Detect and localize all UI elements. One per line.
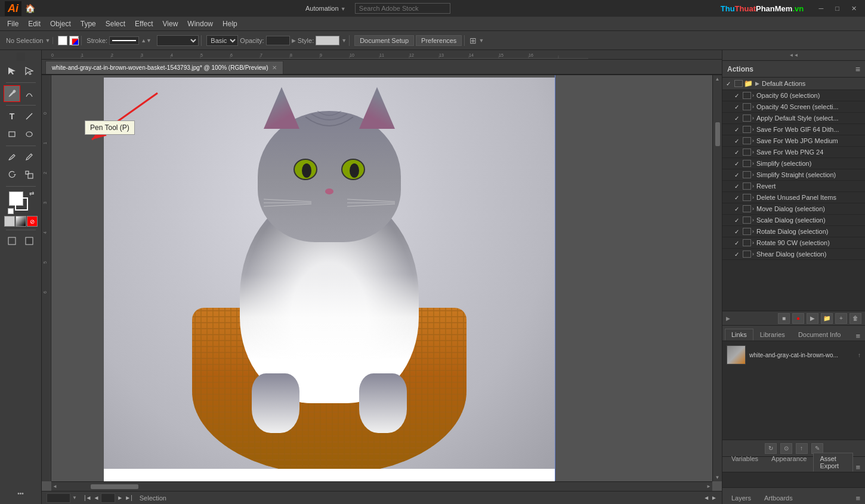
selection-tool[interactable] <box>4 63 20 79</box>
paintbrush-tool[interactable] <box>4 149 20 165</box>
action-item[interactable]: ✓ › Revert <box>722 181 865 192</box>
action-item[interactable]: ✓ › Save For Web PNG 24 <box>722 147 865 158</box>
rectangle-tool[interactable] <box>4 126 20 143</box>
zoom-input[interactable]: 100% <box>47 493 70 503</box>
stroke-box[interactable] <box>15 197 28 211</box>
fill-swatch[interactable] <box>58 36 67 45</box>
action-item[interactable]: ✓ › Save For Web GIF 64 Dith... <box>722 124 865 135</box>
action-box[interactable] <box>743 217 751 224</box>
action-chevron[interactable]: › <box>752 149 754 155</box>
action-box[interactable] <box>743 103 751 110</box>
next-page-btn[interactable]: ►| <box>125 494 132 501</box>
pen-tool[interactable] <box>4 85 20 102</box>
tab-artboards[interactable]: Artboards <box>758 492 799 504</box>
action-box[interactable] <box>743 126 751 133</box>
action-item[interactable]: ✓ › Shear Dialog (selection) <box>722 249 865 260</box>
action-box[interactable] <box>743 251 751 258</box>
prev-page-step[interactable]: ◄ <box>93 494 99 501</box>
menu-edit[interactable]: Edit <box>23 18 45 29</box>
action-check[interactable]: ✓ <box>734 206 743 212</box>
action-check[interactable]: ✓ <box>734 126 743 133</box>
action-check[interactable]: ✓ <box>734 217 743 224</box>
actions-group-default[interactable]: ✓ 📁 ▶ Default Actions <box>722 78 865 90</box>
action-box[interactable] <box>743 194 751 201</box>
action-item[interactable]: ✓ › Simplify Straight (selection) <box>722 169 865 181</box>
link-item[interactable]: white-and-gray-cat-in-brown-wo... ↑ <box>725 344 863 366</box>
action-check[interactable]: ✓ <box>734 92 743 99</box>
tab-links[interactable]: Links <box>725 329 753 341</box>
action-box[interactable] <box>743 149 751 156</box>
scroll-thumb-right[interactable] <box>715 122 720 146</box>
relink-btn[interactable]: ↻ <box>765 443 777 454</box>
prev-page-btn[interactable]: |◄ <box>84 494 92 501</box>
mode-dropdown[interactable]: Basic <box>206 35 238 46</box>
stroke-indicator[interactable] <box>109 36 139 45</box>
scroll-thumb-bottom[interactable] <box>91 484 138 489</box>
play-action-btn[interactable]: ▶ <box>807 313 818 324</box>
action-chevron[interactable]: › <box>752 228 754 234</box>
document-canvas[interactable]: 0 1 2 3 4 5 6 <box>42 75 722 491</box>
action-item[interactable]: ✓ › Opacity 40 Screen (selecti... <box>722 101 865 113</box>
action-group-check[interactable]: ✓ <box>726 81 734 87</box>
action-box[interactable] <box>743 160 751 167</box>
action-chevron[interactable]: › <box>752 251 754 257</box>
menu-type[interactable]: Type <box>76 18 101 29</box>
action-chevron[interactable]: › <box>752 183 754 189</box>
relink-button[interactable]: ↑ <box>858 352 861 358</box>
gradient-fill-btn[interactable] <box>16 216 26 227</box>
action-box[interactable] <box>743 92 751 99</box>
maximize-button[interactable]: □ <box>832 4 843 13</box>
arrange-icon[interactable]: ⊞ <box>469 36 477 45</box>
action-box[interactable] <box>743 183 751 190</box>
action-box[interactable] <box>743 137 751 144</box>
style-swatch[interactable] <box>316 36 339 45</box>
stroke-dropdown[interactable] <box>157 35 199 46</box>
action-check[interactable]: ✓ <box>734 115 743 122</box>
actions-list[interactable]: ✓ 📁 ▶ Default Actions ✓ › Opacity 60 (se… <box>722 78 865 311</box>
panel-collapse-top[interactable]: ◄◄ <box>722 50 865 61</box>
action-item[interactable]: ✓ › Rotate 90 CW (selection) <box>722 237 865 249</box>
menu-select[interactable]: Select <box>101 18 130 29</box>
action-check[interactable]: ✓ <box>734 172 743 178</box>
action-group-box[interactable] <box>734 80 743 87</box>
action-check[interactable]: ✓ <box>734 183 743 190</box>
default-colors[interactable] <box>8 208 14 214</box>
update-link-btn[interactable]: ↑ <box>796 443 808 454</box>
action-box[interactable] <box>743 115 751 122</box>
action-box[interactable] <box>743 239 751 246</box>
automation-label[interactable]: Automation <box>305 5 339 12</box>
tab-appearance[interactable]: Appearance <box>765 453 813 472</box>
action-chevron[interactable]: › <box>752 160 754 166</box>
direct-selection-tool[interactable] <box>21 63 38 79</box>
actions-menu-button[interactable]: ≡ <box>855 64 860 74</box>
action-chevron[interactable]: › <box>752 92 754 98</box>
action-item[interactable]: ✓ › Opacity 60 (selection) <box>722 90 865 101</box>
action-item[interactable]: ✓ › Scale Dialog (selection) <box>722 215 865 226</box>
menu-object[interactable]: Object <box>45 18 76 29</box>
scroll-right[interactable]: ▲ ▼ <box>712 75 722 481</box>
action-check[interactable]: ✓ <box>734 104 743 110</box>
opacity-input[interactable]: 100% <box>266 36 290 45</box>
action-check[interactable]: ✓ <box>734 194 743 201</box>
tab-libraries[interactable]: Libraries <box>753 329 792 341</box>
new-action-btn[interactable]: + <box>835 313 847 324</box>
curvature-tool[interactable] <box>21 85 38 102</box>
action-chevron[interactable]: › <box>752 217 754 223</box>
go-to-link-btn[interactable]: ⊙ <box>780 443 792 454</box>
action-box[interactable] <box>743 205 751 212</box>
delete-action-btn[interactable]: 🗑 <box>849 313 861 324</box>
tab-variables[interactable]: Variables <box>725 453 765 472</box>
rotate-tool[interactable] <box>4 166 20 183</box>
layers-menu-btn[interactable]: ≡ <box>853 494 863 503</box>
preferences-button[interactable]: Preferences <box>416 35 462 46</box>
action-check[interactable]: ✓ <box>734 160 743 167</box>
action-check[interactable]: ✓ <box>734 240 743 246</box>
action-box[interactable] <box>743 228 751 235</box>
ellipse-tool[interactable] <box>21 126 38 143</box>
search-input[interactable] <box>355 3 450 14</box>
solid-fill-btn[interactable] <box>4 216 15 227</box>
line-tool[interactable] <box>21 108 38 125</box>
document-tab[interactable]: white-and-gray-cat-in-brown-woven-basket… <box>45 61 283 74</box>
action-item[interactable]: ✓ › Apply Default Style (select... <box>722 113 865 124</box>
edit-original-btn[interactable]: ✎ <box>811 443 823 454</box>
